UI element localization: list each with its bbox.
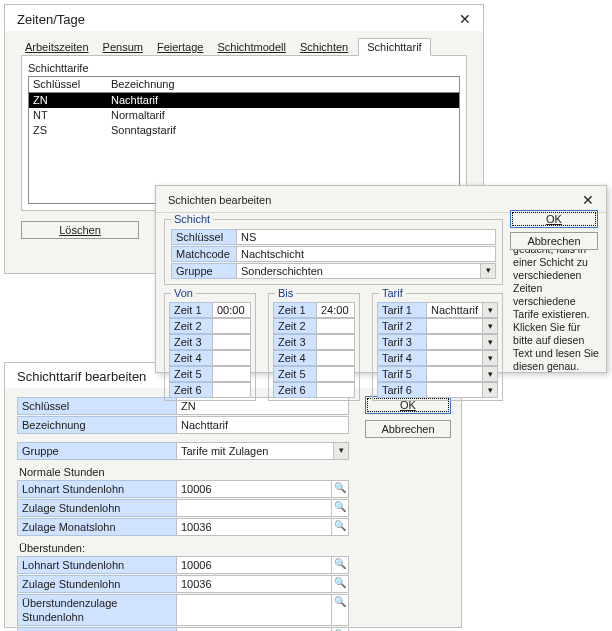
table-row[interactable]: ZNNachttarif [29, 93, 459, 108]
chevron-down-icon[interactable]: ▾ [481, 263, 496, 279]
label: Schlüssel [17, 397, 176, 415]
time-row: Zeit 2 [169, 318, 251, 334]
cancel-button[interactable]: Abbrechen [365, 420, 451, 438]
label: Zeit 2 [273, 318, 316, 334]
tarif-row: Tarif 4▾ [377, 350, 498, 366]
close-icon[interactable]: ✕ [578, 192, 598, 208]
label: Zeit 4 [273, 350, 316, 366]
input[interactable]: Nachttarif [176, 416, 349, 434]
tab-schichten[interactable]: Schichten [296, 39, 352, 55]
tarif-row: Tarif 6▾ [377, 382, 498, 398]
label: Zulage Stundenlohn [17, 499, 176, 517]
schichten-bearbeiten-window: Schichten bearbeiten ✕ Schicht Schlüssel… [155, 185, 607, 373]
label: Schlüssel [171, 229, 236, 245]
col-schluessel: Schlüssel [29, 77, 107, 93]
label: Zeit 5 [273, 366, 316, 382]
input[interactable] [316, 382, 355, 398]
tarif-row: Tarif 5▾ [377, 366, 498, 382]
time-row: Zeit 5 [169, 366, 251, 382]
frame-label: Schicht [171, 213, 213, 225]
input[interactable] [212, 334, 251, 350]
dropdown[interactable]: Nachttarif [426, 302, 483, 318]
search-icon[interactable]: 🔍 [332, 518, 349, 536]
tab-feiertage[interactable]: Feiertage [153, 39, 207, 55]
lohnart-row: Lohnart Stundenlohn10006🔍 [17, 480, 349, 498]
delete-button[interactable]: Löschen [21, 221, 139, 239]
title-bar: Schichten bearbeiten ✕ [156, 186, 606, 213]
table-row[interactable]: NTNormaltarif [29, 108, 459, 123]
input[interactable]: 24:00 [316, 302, 355, 318]
dropdown[interactable] [426, 382, 483, 398]
search-icon[interactable]: 🔍 [332, 499, 349, 517]
dropdown[interactable] [426, 366, 483, 382]
label: Tarif 6 [377, 382, 426, 398]
input[interactable]: 10006 [176, 627, 332, 631]
label: Tarif 3 [377, 334, 426, 350]
close-icon[interactable]: ✕ [455, 11, 475, 27]
tab-pensum[interactable]: Pensum [99, 39, 147, 55]
input[interactable] [176, 499, 332, 517]
ok-button[interactable]: OK [510, 210, 598, 228]
input[interactable] [212, 366, 251, 382]
chevron-down-icon[interactable]: ▾ [334, 442, 349, 460]
input[interactable] [316, 366, 355, 382]
field-matchcode: Matchcode Nachtschicht [171, 246, 496, 262]
cell-bezeichnung: Sonntagstarif [107, 123, 459, 138]
input[interactable] [212, 350, 251, 366]
chevron-down-icon[interactable]: ▾ [483, 350, 498, 366]
field-gruppe: Gruppe Sonderschichten ▾ [171, 263, 496, 279]
search-icon[interactable]: 🔍 [332, 480, 349, 498]
input[interactable]: 10036 [176, 518, 332, 536]
dropdown[interactable] [426, 318, 483, 334]
cancel-button[interactable]: Abbrechen [510, 232, 598, 250]
von-frame: Von Zeit 100:00Zeit 2Zeit 3Zeit 4Zeit 5Z… [164, 293, 256, 401]
search-icon[interactable]: 🔍 [332, 575, 349, 593]
search-icon[interactable]: 🔍 [332, 556, 349, 574]
label: Zeit 3 [273, 334, 316, 350]
chevron-down-icon[interactable]: ▾ [483, 334, 498, 350]
input[interactable] [212, 318, 251, 334]
field-bezeichnung: Bezeichnung Nachttarif [17, 416, 349, 434]
label: Zeit 1 [273, 302, 316, 318]
dropdown[interactable]: Tarife mit Zulagen [176, 442, 334, 460]
input[interactable] [316, 334, 355, 350]
table-row[interactable]: ZSSonntagstarif [29, 123, 459, 138]
input[interactable] [176, 594, 332, 626]
input[interactable]: NS [236, 229, 496, 245]
tab-arbeitszeiten[interactable]: Arbeitszeiten [21, 39, 93, 55]
tab-schichtmodell[interactable]: Schichtmodell [213, 39, 289, 55]
chevron-down-icon[interactable]: ▾ [483, 318, 498, 334]
lohnart-row: Überstundenzulage Stundenlohn🔍 [17, 594, 349, 626]
chevron-down-icon[interactable]: ▾ [483, 302, 498, 318]
input[interactable]: Nachtschicht [236, 246, 496, 262]
window-title: Zeiten/Tage [17, 12, 85, 27]
window-title: Schichttarif bearbeiten [17, 369, 146, 384]
input[interactable]: 00:00 [212, 302, 251, 318]
cell-schluessel: ZS [29, 123, 107, 138]
label: Tarif 1 [377, 302, 426, 318]
frame-label: Von [171, 287, 196, 299]
dropdown[interactable]: Sonderschichten [236, 263, 481, 279]
chevron-down-icon[interactable]: ▾ [483, 366, 498, 382]
input[interactable]: 10006 [176, 480, 332, 498]
col-bezeichnung: Bezeichnung [107, 77, 459, 93]
input[interactable] [316, 350, 355, 366]
cell-schluessel: ZN [29, 93, 107, 108]
input[interactable]: 10036 [176, 575, 332, 593]
dropdown[interactable] [426, 334, 483, 350]
label: Tarif 5 [377, 366, 426, 382]
search-icon[interactable]: 🔍 [332, 594, 349, 626]
search-icon[interactable]: 🔍 [332, 627, 349, 631]
input[interactable] [316, 318, 355, 334]
label: Zeit 5 [169, 366, 212, 382]
chevron-down-icon[interactable]: ▾ [483, 382, 498, 398]
label: Zeit 3 [169, 334, 212, 350]
input[interactable]: 10006 [176, 556, 332, 574]
label: Zeit 6 [273, 382, 316, 398]
dropdown[interactable] [426, 350, 483, 366]
lohnart-row: Zulage Stundenlohn10036🔍 [17, 575, 349, 593]
tarif-row: Tarif 3▾ [377, 334, 498, 350]
label: Gruppe [17, 442, 176, 460]
input[interactable] [212, 382, 251, 398]
tab-schichttarif[interactable]: Schichttarif [358, 38, 430, 56]
